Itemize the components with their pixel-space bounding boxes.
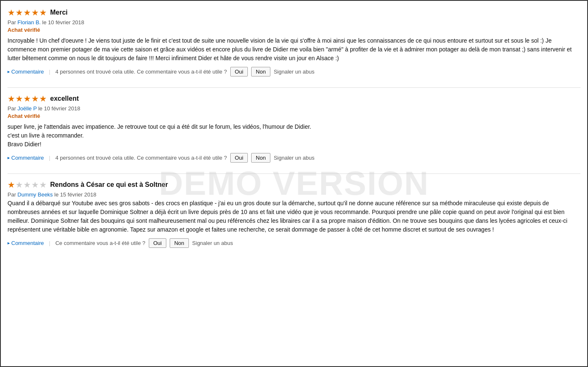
filled-star-icon: ★ — [8, 94, 15, 104]
filled-star-icon: ★ — [39, 8, 47, 18]
filled-star-icon: ★ — [23, 8, 31, 18]
author-link[interactable]: Dummy Beeks — [18, 191, 53, 198]
footer-divider: | — [49, 240, 50, 246]
useful-text: 4 personnes ont trouvé cela utile. Ce co… — [55, 69, 227, 75]
oui-button[interactable]: Oui — [230, 153, 248, 163]
empty-star-icon: ★ — [31, 180, 39, 190]
review-meta: Par Florian B. le 10 février 2018 — [8, 19, 580, 25]
footer-divider: | — [49, 69, 50, 75]
useful-text: 4 personnes ont trouvé cela utile. Ce co… — [55, 155, 227, 161]
filled-star-icon: ★ — [23, 94, 31, 104]
review-title: excellent — [50, 95, 79, 102]
review-item: ★★★★★excellentPar Joëlle P le 10 février… — [8, 94, 580, 168]
filled-star-icon: ★ — [8, 180, 15, 190]
comment-link[interactable]: Commentaire — [8, 240, 44, 246]
star-rating: ★★★★★ — [8, 180, 47, 190]
review-separator — [8, 173, 580, 174]
review-body-text: Quand il a débarqué sur Youtube avec ses… — [8, 199, 580, 234]
filled-star-icon: ★ — [8, 8, 15, 18]
review-body-text: Incroyable ! Un chef d'oeuvre ! Je viens… — [8, 36, 580, 63]
report-abuse-link[interactable]: Signaler un abus — [192, 240, 233, 246]
review-header: ★★★★★Rendons à César ce qui est à Soltne… — [8, 180, 580, 190]
author-link[interactable]: Florian B. — [18, 19, 41, 25]
filled-star-icon: ★ — [15, 94, 23, 104]
review-meta: Par Dummy Beeks le 15 février 2018 — [8, 191, 580, 198]
filled-star-icon: ★ — [31, 94, 39, 104]
oui-button[interactable]: Oui — [149, 238, 166, 248]
review-par-label: Par — [8, 19, 18, 25]
non-button[interactable]: Non — [251, 67, 270, 76]
review-par-label: Par — [8, 105, 18, 112]
report-abuse-link[interactable]: Signaler un abus — [274, 69, 315, 75]
review-separator — [8, 87, 580, 88]
review-footer: Commentaire|Ce commentaire vous a-t-il é… — [8, 238, 580, 248]
filled-star-icon: ★ — [39, 94, 47, 104]
author-link[interactable]: Joëlle P — [18, 105, 37, 112]
review-date: le 10 février 2018 — [41, 19, 84, 25]
comment-link[interactable]: Commentaire — [8, 155, 44, 161]
review-footer: Commentaire|4 personnes ont trouvé cela … — [8, 153, 580, 163]
empty-star-icon: ★ — [15, 180, 23, 190]
review-par-label: Par — [8, 191, 18, 198]
review-item: ★★★★★MerciPar Florian B. le 10 février 2… — [8, 8, 580, 82]
report-abuse-link[interactable]: Signaler un abus — [274, 155, 315, 161]
filled-star-icon: ★ — [15, 8, 23, 18]
review-header: ★★★★★excellent — [8, 94, 580, 104]
verified-badge: Achat vérifié — [8, 27, 580, 33]
empty-star-icon: ★ — [23, 180, 31, 190]
non-button[interactable]: Non — [251, 153, 270, 163]
review-header: ★★★★★Merci — [8, 8, 580, 18]
star-rating: ★★★★★ — [8, 94, 47, 104]
review-title: Rendons à César ce qui est à Soltner — [50, 181, 168, 189]
footer-divider: | — [49, 155, 50, 161]
review-body-text: super livre, je l'attendais avec impatie… — [8, 122, 580, 149]
verified-badge: Achat vérifié — [8, 113, 580, 119]
review-meta: Par Joëlle P le 10 février 2018 — [8, 105, 580, 112]
review-date: le 15 février 2018 — [53, 191, 96, 198]
star-rating: ★★★★★ — [8, 8, 47, 18]
comment-link[interactable]: Commentaire — [8, 69, 44, 75]
review-title: Merci — [50, 9, 68, 16]
review-date: le 10 février 2018 — [37, 105, 80, 112]
oui-button[interactable]: Oui — [230, 67, 248, 76]
filled-star-icon: ★ — [31, 8, 39, 18]
review-footer: Commentaire|4 personnes ont trouvé cela … — [8, 67, 580, 76]
useful-text: Ce commentaire vous a-t-il été utile ? — [55, 240, 145, 246]
non-button[interactable]: Non — [170, 238, 189, 248]
empty-star-icon: ★ — [39, 180, 47, 190]
review-item: ★★★★★Rendons à César ce qui est à Soltne… — [8, 180, 580, 253]
